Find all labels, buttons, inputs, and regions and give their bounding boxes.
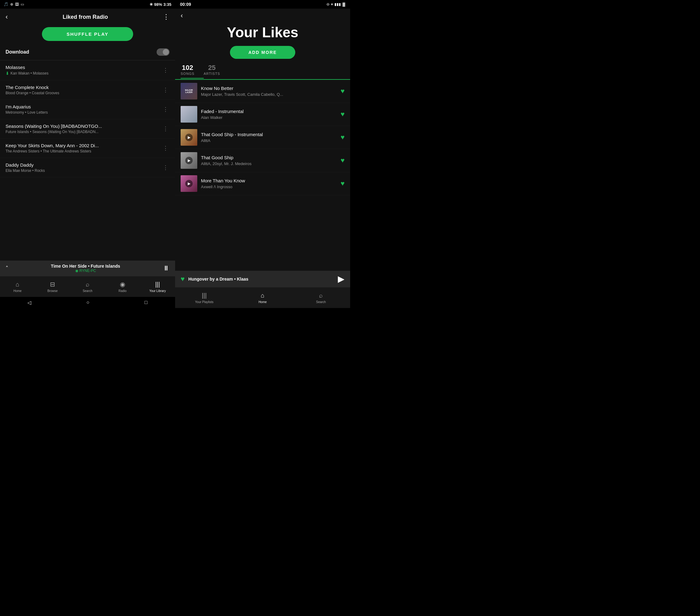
r-song-title: That Good Ship (201, 155, 303, 160)
play-overlay-icon: ▶ (185, 134, 193, 141)
song-subtitle: Metronomy • Love Letters (5, 110, 147, 115)
shuffle-play-button[interactable]: SHUFFLE PLAY (42, 27, 133, 41)
like-button[interactable]: ♥ (341, 87, 345, 95)
song-title: Keep Your Skirts Down, Mary Ann - 2002 D… (5, 143, 147, 148)
artists-count: 25 (204, 64, 220, 72)
r-nav-search-label: Search (316, 300, 326, 304)
song-subtitle: The Andrews Sisters • The Ultimate Andre… (5, 149, 147, 153)
r-song-title: Know No Better (201, 86, 303, 91)
song-options-button[interactable]: ⋮ (162, 143, 170, 153)
right-song-list: MAJOR LAZER Know No Better Major Lazer, … (175, 80, 350, 271)
back-sys-button[interactable]: ◁ (27, 300, 31, 306)
left-panel: 🎵 ⊕ 🖼 ▭ ✳ 98% 3:35 ‹ Liked from Radio ⋮ … (0, 0, 175, 308)
left-header: ‹ Liked from Radio ⋮ (0, 9, 175, 24)
song-item-skirts[interactable]: Keep Your Skirts Down, Mary Ann - 2002 D… (0, 139, 175, 158)
play-overlay-icon: ▶ (185, 157, 193, 164)
recents-sys-button[interactable]: □ (145, 300, 148, 305)
song-subtitle: Blood Orange • Coastal Grooves (5, 91, 147, 95)
now-playing-bar: ˄ Time On Her Side • Future Islands ◉ RY… (0, 260, 175, 276)
expand-player-button[interactable]: ˄ (5, 265, 8, 272)
song-title: Daddy Daddy (5, 162, 147, 168)
songs-stat[interactable]: 102 SONGS (180, 64, 204, 79)
r-song-title: More Than You Know (201, 178, 303, 183)
song-options-button[interactable]: ⋮ (162, 105, 170, 114)
songs-label: SONGS (180, 72, 195, 75)
back-button[interactable]: ‹ (5, 13, 8, 21)
nav-home[interactable]: ⌂ Home (0, 276, 35, 297)
download-indicator-icon: ⬇ (5, 71, 9, 76)
now-playing-info: Time On Her Side • Future Islands ◉ RYNE… (8, 264, 163, 273)
download-label: Download (5, 49, 29, 55)
like-button[interactable]: ♥ (341, 180, 345, 188)
left-song-list: Molasses ⬇ Kan Wakan • Molasses ⋮ The Co… (0, 60, 175, 260)
r-song-title: That Good Ship - Instrumental (201, 132, 303, 137)
song-info: Seasons (Waiting On You) [BADBADNOTGO...… (5, 124, 162, 134)
nav-search-label: Search (83, 289, 92, 293)
album-art-that-good-ship: ▶ (180, 152, 197, 169)
left-system-nav: ◁ ○ □ (0, 297, 175, 308)
browse-icon: ⊟ (50, 281, 55, 288)
album-art-that-good-ship-inst: ▶ (180, 129, 197, 146)
r-song-item-that-good-ship[interactable]: ▶ That Good Ship AllttA, 20syl, Mr. J. M… (175, 149, 350, 172)
r-song-item-know-no-better[interactable]: MAJOR LAZER Know No Better Major Lazer, … (175, 80, 350, 103)
nav-library[interactable]: ||| Your Library (140, 276, 175, 297)
device-icon: ◉ (75, 269, 78, 273)
wifi-icon: ▾ (331, 2, 333, 7)
song-options-button[interactable]: ⋮ (162, 124, 170, 133)
pause-button[interactable]: ⏸ (163, 264, 170, 272)
left-bottom-nav: ⌂ Home ⊟ Browse ⌕ Search ◉ Radio ||| You… (0, 276, 175, 297)
nav-search[interactable]: ⌕ Search (70, 276, 105, 297)
play-overlay-icon: ▶ (185, 180, 193, 187)
artists-stat[interactable]: 25 ARTISTS (204, 64, 229, 78)
r-song-item-faded[interactable]: Faded - Instrumental Alan Walker ♥ (175, 103, 350, 126)
r-nav-home[interactable]: ⌂ Home (233, 287, 291, 308)
song-item-molasses[interactable]: Molasses ⬇ Kan Wakan • Molasses ⋮ (0, 60, 175, 80)
right-back-button[interactable]: ‹ (180, 12, 183, 20)
screen-icon: ▭ (21, 2, 24, 7)
library-icon: ||| (155, 281, 160, 288)
download-toggle[interactable] (157, 48, 170, 56)
home-sys-button[interactable]: ○ (86, 300, 89, 305)
mini-player-play-button[interactable]: ▶ (338, 274, 345, 284)
song-options-button[interactable]: ⋮ (162, 85, 170, 94)
nav-browse[interactable]: ⊟ Browse (35, 276, 70, 297)
song-options-button[interactable]: ⋮ (162, 163, 170, 172)
r-song-item-that-good-ship-inst[interactable]: ▶ That Good Ship - Instrumental AllttA ♥ (175, 126, 350, 149)
song-item-seasons[interactable]: Seasons (Waiting On You) [BADBADNOTGO...… (0, 119, 175, 139)
home-icon: ⌂ (16, 281, 20, 288)
song-item-aquarius[interactable]: I'm Aquarius Metronomy • Love Letters ⋮ (0, 100, 175, 119)
download-row: Download (0, 46, 175, 60)
like-button[interactable]: ♥ (341, 110, 345, 118)
bluetooth-icon: ✳ (150, 2, 153, 7)
stats-row: 102 SONGS 25 ARTISTS (175, 64, 350, 80)
like-button[interactable]: ♥ (341, 156, 345, 165)
radio-icon: ◉ (120, 281, 125, 288)
song-options-button[interactable]: ⋮ (162, 66, 170, 75)
songs-count: 102 (180, 64, 195, 72)
r-song-info: Faded - Instrumental Alan Walker (201, 109, 337, 120)
lastfm-icon: ⊕ (10, 2, 13, 7)
song-info: Molasses ⬇ Kan Wakan • Molasses (5, 65, 162, 76)
nav-radio[interactable]: ◉ Radio (105, 276, 140, 297)
like-button[interactable]: ♥ (341, 133, 345, 141)
song-title: The Complete Knock (5, 85, 147, 90)
r-song-info: More Than You Know Axwell /\ Ingrosso (201, 178, 337, 189)
more-options-button[interactable]: ⋮ (163, 13, 170, 21)
r-nav-search[interactable]: ⌕ Search (292, 287, 350, 308)
song-item-complete-knock[interactable]: The Complete Knock Blood Orange • Coasta… (0, 80, 175, 100)
r-nav-playlists[interactable]: ||| Your Playlists (175, 287, 233, 308)
song-title: Seasons (Waiting On You) [BADBADNOTGO... (5, 124, 147, 129)
search-icon: ⌕ (86, 281, 89, 288)
song-title: I'm Aquarius (5, 104, 147, 110)
song-info: Daddy Daddy Ella Mae Morse • Rocks (5, 162, 162, 173)
add-more-button[interactable]: ADD MORE (230, 46, 295, 59)
r-nav-home-label: Home (259, 300, 267, 304)
r-song-subtitle: Major Lazer, Travis Scott, Camila Cabell… (201, 92, 303, 97)
signal-icon: ▮▮▮ (335, 2, 341, 7)
r-song-item-more-than-you-know[interactable]: ▶ More Than You Know Axwell /\ Ingrosso … (175, 172, 350, 195)
song-item-daddy[interactable]: Daddy Daddy Ella Mae Morse • Rocks ⋮ (0, 158, 175, 177)
mini-player-heart[interactable]: ♥ (180, 275, 185, 283)
nav-browse-label: Browse (48, 289, 58, 293)
battery-text: 98% (154, 2, 162, 7)
page-title: Liked from Radio (8, 14, 163, 20)
